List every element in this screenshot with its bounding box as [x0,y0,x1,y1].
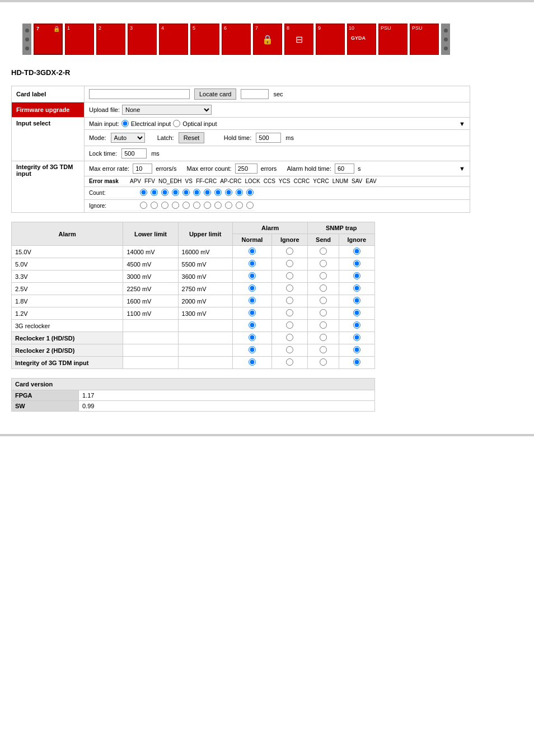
alarm-ignore-radio-6[interactable] [272,320,308,332]
count-vs-radio[interactable] [140,189,147,196]
locate-card-button[interactable]: Locate card [194,88,236,100]
alarm-normal-radio-5[interactable] [232,307,271,320]
alarm-row-label: 3G reclocker [12,320,123,332]
snmp-ignore-radio-3[interactable] [339,283,374,295]
ignore-ffcrc-radio[interactable] [151,202,158,209]
snmp-send-radio-1[interactable] [308,258,339,270]
snmp-send-radio-7[interactable] [308,332,339,344]
rack-slot-9[interactable]: 9 [316,24,345,55]
sec-input[interactable] [241,89,269,99]
snmp-ignore-radio-7[interactable] [339,332,374,344]
count-apcrc-radio[interactable] [161,189,168,196]
card-label-cell: Locate card sec [85,86,470,102]
firmware-file-select[interactable]: None [122,105,212,115]
ignore-apcrc-radio[interactable] [161,202,168,209]
alarm-ignore-radio-9[interactable] [272,357,308,369]
mode-select[interactable]: Auto Manual [111,133,145,143]
alarm-ignore-radio-0[interactable] [272,246,308,258]
rack-slot-8[interactable]: 8 ⊟ [284,24,313,55]
ignore-eav-radio[interactable] [246,202,254,209]
ignore-ccs-radio[interactable] [182,202,190,209]
snmp-ignore-radio-2[interactable] [339,270,374,283]
count-lock-radio[interactable] [172,189,179,196]
rack-slot-4[interactable]: 4 [159,24,188,55]
rack-slot-psu1[interactable]: PSU [378,24,407,55]
optical-radio[interactable] [173,120,180,127]
ignore-ccrc-radio[interactable] [204,202,211,209]
snmp-send-radio-8[interactable] [308,344,339,357]
rack-slot-2[interactable]: 2 [96,24,125,55]
ignore-vs-radio[interactable] [140,202,147,209]
rack-slot-3[interactable]: 3 [128,24,157,55]
count-ycrc-radio[interactable] [214,189,222,196]
ignore-ycrc-radio[interactable] [214,202,222,209]
col-sav: SAV [350,178,364,185]
alarm-normal-radio-9[interactable] [232,357,271,369]
alarm-ignore-radio-5[interactable] [272,307,308,320]
ignore-lnum-radio[interactable] [225,202,232,209]
count-eav-radio[interactable] [246,189,254,196]
lock-time-input[interactable] [121,148,147,158]
rack-slot-6[interactable]: 6 [222,24,251,55]
snmp-ignore-radio-6[interactable] [339,320,374,332]
snmp-ignore-header: Ignore [339,234,374,246]
ignore-sav-radio[interactable] [236,202,243,209]
alarm-ignore-radio-3[interactable] [272,283,308,295]
snmp-send-radio-0[interactable] [308,246,339,258]
alarm-col-header: Alarm [12,222,123,246]
latch-label: Latch: [157,134,174,141]
alarm-lower-9 [123,357,178,369]
count-ycs-radio[interactable] [193,189,200,196]
alarm-normal-radio-2[interactable] [232,270,271,283]
snmp-send-radio-3[interactable] [308,283,339,295]
alarm-normal-radio-7[interactable] [232,332,271,344]
rack-slot-10[interactable]: 10 GYDA [347,24,376,55]
count-lnum-radio[interactable] [225,189,232,196]
snmp-send-radio-6[interactable] [308,320,339,332]
max-error-rate-input[interactable] [133,164,152,174]
alarm-ignore-radio-2[interactable] [272,270,308,283]
expand-arrow-2[interactable]: ▼ [459,165,465,172]
count-ccs-radio[interactable] [182,189,190,196]
snmp-ignore-radio-8[interactable] [339,344,374,357]
count-ffcrc-radio[interactable] [151,189,158,196]
alarm-normal-radio-3[interactable] [232,283,271,295]
snmp-ignore-radio-4[interactable] [339,295,374,307]
ignore-ycs-radio[interactable] [193,202,200,209]
rack-slot-5[interactable]: 5 [190,24,219,55]
snmp-ignore-radio-5[interactable] [339,307,374,320]
snmp-send-radio-2[interactable] [308,270,339,283]
alarm-row-label: Integrity of 3G TDM input [12,357,123,369]
alarm-hold-time-input[interactable] [335,164,354,174]
electrical-radio[interactable] [121,120,129,127]
expand-arrow-1[interactable]: ▼ [459,120,465,127]
max-error-count-input[interactable] [235,164,257,174]
alarm-normal-radio-6[interactable] [232,320,271,332]
alarm-ignore-radio-1[interactable] [272,258,308,270]
max-error-count-label: Max error count: [187,165,232,172]
count-sav-radio[interactable] [236,189,243,196]
snmp-ignore-radio-1[interactable] [339,258,374,270]
card-label-input[interactable] [89,89,190,99]
alarm-ignore-radio-4[interactable] [272,295,308,307]
alarm-normal-radio-4[interactable] [232,295,271,307]
count-ccrc-radio[interactable] [204,189,211,196]
rack-slot-1[interactable]: 1 [65,24,94,55]
rack-slot-7b[interactable]: 7 🔒 [253,24,282,55]
alarm-ignore-radio-7[interactable] [272,332,308,344]
alarm-normal-radio-8[interactable] [232,344,271,357]
hold-time-input[interactable] [256,133,281,143]
snmp-send-radio-4[interactable] [308,295,339,307]
alarm-lower-0: 14000 mV [123,246,178,258]
rack-slot-7[interactable]: 7 🔒 [34,24,63,55]
ignore-lock-radio[interactable] [172,202,179,209]
snmp-send-radio-5[interactable] [308,307,339,320]
reset-button[interactable]: Reset [179,132,205,143]
alarm-normal-radio-0[interactable] [232,246,271,258]
alarm-normal-radio-1[interactable] [232,258,271,270]
snmp-send-radio-9[interactable] [308,357,339,369]
rack-slot-psu2[interactable]: PSU [410,24,439,55]
alarm-ignore-radio-8[interactable] [272,344,308,357]
snmp-ignore-radio-9[interactable] [339,357,374,369]
snmp-ignore-radio-0[interactable] [339,246,374,258]
